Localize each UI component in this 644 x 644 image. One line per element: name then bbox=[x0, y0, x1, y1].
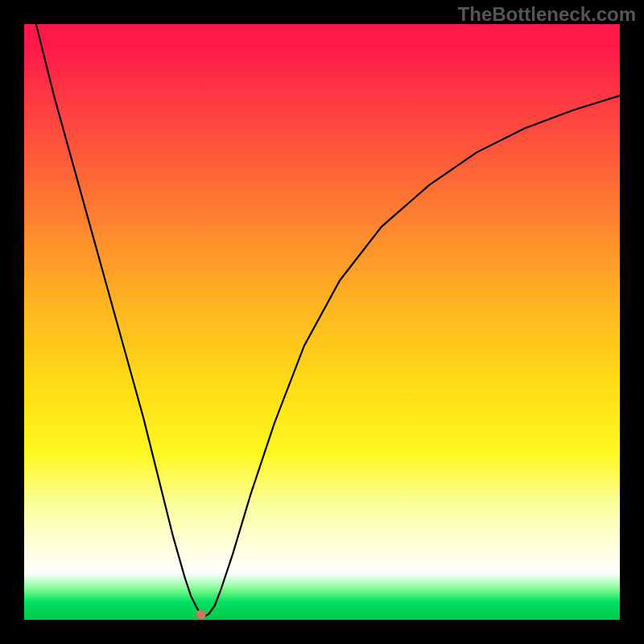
curve-path bbox=[36, 24, 620, 617]
minimum-marker bbox=[196, 609, 206, 619]
chart-svg bbox=[24, 24, 620, 620]
plot-area bbox=[24, 24, 620, 620]
watermark-text: TheBottleneck.com bbox=[458, 3, 636, 26]
